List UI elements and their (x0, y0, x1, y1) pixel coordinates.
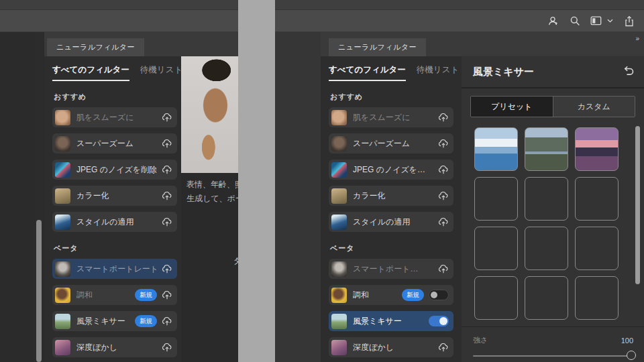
filter-row-smart-portrait[interactable]: スマートポート… (329, 259, 453, 279)
right-filter-list-panel: すべてのフィルター 待機リスト おすすめ 肌をスムーズにスーパーズームJPEG … (321, 56, 462, 362)
filter-row-smooth-skin[interactable]: 肌をスムーズに (329, 107, 453, 127)
recommended-list: 肌をスムーズにスーパーズームJPEG のノイズを削除カラー化スタイルの適用 (52, 107, 177, 232)
section-beta: ベータ (54, 243, 177, 253)
tab-all-filters[interactable]: すべてのフィルター (52, 64, 129, 81)
preset-autumn-lake[interactable] (474, 276, 518, 320)
enable-toggle[interactable] (429, 290, 449, 300)
cloud-download-icon[interactable] (438, 113, 449, 122)
reset-icon[interactable] (622, 65, 635, 78)
neural-filters-tab[interactable]: ニューラルフィルター (329, 38, 426, 56)
filter-label: スタイルの適用 (76, 217, 162, 228)
filter-row-jpeg-noise[interactable]: JPEG のノイズを削除 (52, 160, 177, 180)
filter-row-jpeg-noise[interactable]: JPEG のノイズを… (329, 160, 453, 180)
preset-scrollbar-thumb[interactable] (635, 126, 640, 284)
preset-sunset-peak-lake[interactable] (575, 127, 619, 171)
smart-portrait-thumbnail-icon (55, 261, 70, 277)
cloud-download-icon[interactable] (162, 317, 172, 326)
chevron-down-icon[interactable] (606, 15, 613, 27)
depth-blur-thumbnail-icon (55, 340, 70, 355)
account-icon[interactable] (547, 15, 559, 27)
super-zoom-thumbnail-icon (55, 136, 70, 152)
super-zoom-thumbnail-icon (331, 136, 347, 152)
cloud-download-icon[interactable] (162, 265, 172, 274)
landscape-mixer-panel: 風景ミキサー プリセット カスタム 強さ 100 (462, 56, 644, 362)
enable-toggle[interactable] (429, 316, 449, 326)
left-scrollbar-thumb[interactable] (36, 220, 42, 362)
section-recommended: おすすめ (330, 92, 453, 102)
filter-row-colorize[interactable]: カラー化 (329, 186, 453, 206)
preset-monument-valley[interactable] (525, 227, 568, 270)
left-filter-list-panel: すべてのフィルター 待機リスト おすすめ 肌をスムーズにスーパーズームJPEG … (44, 56, 181, 362)
smooth-skin-thumbnail-icon (331, 110, 347, 125)
filter-row-landscape-mixer[interactable]: 風景ミキサー新規 (52, 311, 177, 331)
cloud-download-icon[interactable] (162, 166, 172, 174)
jpeg-noise-thumbnail-icon (55, 162, 70, 178)
preset-desert-rocks[interactable] (474, 227, 518, 270)
cloud-download-icon[interactable] (162, 113, 172, 122)
tab-custom[interactable]: カスタム (553, 97, 635, 117)
cloud-download-icon[interactable] (438, 265, 449, 274)
preset-forest-river[interactable] (575, 227, 619, 270)
filter-row-smooth-skin[interactable]: 肌をスムーズに (52, 107, 177, 127)
section-beta: ベータ (330, 243, 453, 253)
toggle-knob (431, 292, 437, 298)
cloud-download-icon[interactable] (438, 218, 449, 227)
filter-row-colorize[interactable]: カラー化 (52, 186, 177, 206)
filter-row-depth-blur[interactable]: 深度ぼかし (52, 337, 177, 357)
preset-snowy-peak[interactable] (525, 276, 568, 320)
filter-row-super-zoom[interactable]: スーパーズーム (329, 133, 453, 154)
preset-glacier-valley[interactable] (525, 127, 568, 171)
share-icon[interactable] (623, 15, 635, 27)
search-icon[interactable] (569, 15, 580, 27)
left-dialog-tabstrip: ニューラルフィルター (44, 32, 238, 56)
filter-row-landscape-mixer[interactable]: 風景ミキサー (329, 311, 453, 331)
preset-alpine-meadow[interactable] (575, 177, 619, 221)
preset-sunrise-hills[interactable] (525, 177, 568, 221)
filter-row-style-transfer[interactable]: スタイルの適用 (329, 212, 453, 232)
style-transfer-thumbnail-icon (55, 215, 70, 230)
filter-label: JPEG のノイズを削除 (76, 164, 162, 176)
cloud-download-icon[interactable] (162, 343, 172, 352)
tab-wait-list[interactable]: 待機リスト (417, 64, 459, 80)
new-badge: 新規 (135, 315, 157, 327)
strength-slider-track[interactable] (473, 355, 635, 357)
filter-row-harmonization[interactable]: 調和新規 (329, 285, 453, 305)
new-badge: 新規 (402, 289, 424, 301)
preview-column: 表情、年齢、照 生成して、ポー ダ (181, 56, 238, 362)
filter-row-super-zoom[interactable]: スーパーズーム (52, 133, 177, 154)
tab-presets[interactable]: プリセット (471, 97, 553, 117)
workspace-icon[interactable] (590, 15, 602, 27)
strength-slider-block: 強さ 100 (462, 326, 644, 362)
beta-list: スマートポートレート調和新規風景ミキサー新規深度ぼかし (52, 259, 177, 357)
neural-filters-tab[interactable]: ニューラルフィルター (47, 38, 144, 56)
style-transfer-thumbnail-icon (331, 215, 347, 230)
section-recommended: おすすめ (54, 92, 177, 102)
cloud-download-icon[interactable] (438, 139, 449, 148)
cloud-download-icon[interactable] (162, 192, 172, 200)
download-text-fragment: ダ (233, 255, 238, 267)
filter-row-harmonization[interactable]: 調和新規 (52, 285, 177, 305)
harmonization-thumbnail-icon (55, 288, 70, 303)
preset-grid (474, 127, 619, 320)
cloud-download-icon[interactable] (438, 192, 449, 200)
cloud-download-icon[interactable] (438, 343, 449, 352)
filter-label: 風景ミキサー (76, 316, 135, 327)
tab-all-filters[interactable]: すべてのフィルター (329, 64, 406, 81)
filter-label: JPEG のノイズを… (353, 164, 438, 176)
preset-yosemite-valley[interactable] (575, 276, 619, 320)
filter-row-depth-blur[interactable]: 深度ぼかし (329, 337, 453, 357)
panel-overflow-chevrons[interactable]: » (635, 35, 640, 42)
cloud-download-icon[interactable] (162, 291, 172, 300)
harmonization-thumbnail-icon (331, 288, 347, 303)
filter-row-smart-portrait[interactable]: スマートポートレート (52, 259, 177, 279)
cloud-download-icon[interactable] (162, 139, 172, 148)
preset-snow-mountains[interactable] (474, 127, 518, 171)
recommended-list: 肌をスムーズにスーパーズームJPEG のノイズを…カラー化スタイルの適用 (329, 107, 453, 232)
landscape-mixer-thumbnail-icon (55, 314, 70, 329)
strength-slider-knob[interactable] (627, 351, 636, 360)
cloud-download-icon[interactable] (162, 218, 172, 227)
tab-wait-list[interactable]: 待機リスト (140, 64, 182, 80)
preset-canyon[interactable] (474, 177, 518, 221)
cloud-download-icon[interactable] (438, 166, 449, 174)
filter-row-style-transfer[interactable]: スタイルの適用 (52, 212, 177, 232)
